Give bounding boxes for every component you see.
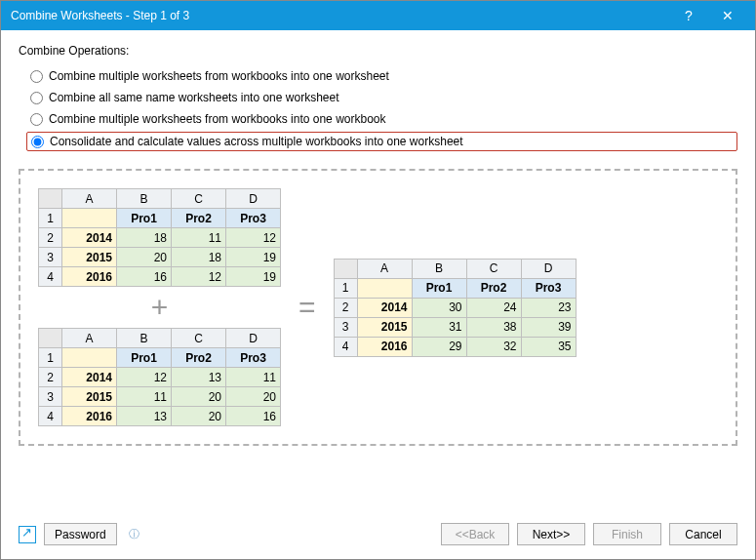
cell-year: 2015: [62, 248, 117, 267]
cell-header: Pro3: [521, 278, 576, 298]
cancel-button[interactable]: Cancel: [669, 523, 737, 545]
source-table-1: ABCD1Pro1Pro2Pro322014181112320152018194…: [38, 188, 281, 287]
radio-option-3[interactable]: Consolidate and calculate values across …: [26, 132, 737, 151]
col-header: D: [226, 189, 281, 209]
row-header: 1: [39, 348, 62, 368]
row-header: 3: [39, 248, 62, 267]
cell-header: Pro3: [226, 209, 281, 228]
cell-value: 20: [226, 387, 281, 407]
cell-value: 20: [172, 387, 226, 407]
titlebar: Combine Worksheets - Step 1 of 3 ? ✕: [1, 1, 755, 30]
result-table: ABCD1Pro1Pro2Pro322014302423320153138394…: [334, 259, 577, 357]
cell-value: 39: [521, 317, 576, 337]
col-header: B: [117, 329, 172, 348]
row-header: 3: [334, 317, 357, 337]
row-header: 2: [39, 368, 62, 387]
row-header: 3: [39, 387, 62, 407]
cell-value: 18: [117, 228, 172, 248]
back-label: <<Back: [456, 528, 496, 541]
next-button[interactable]: Next>>: [517, 523, 585, 545]
radio-group: Combine multiple worksheets from workboo…: [26, 63, 737, 155]
section-label: Combine Operations:: [19, 44, 737, 58]
cell-value: 12: [172, 267, 226, 287]
cell-header: Pro3: [226, 348, 281, 368]
cell-header: Pro1: [117, 209, 172, 228]
col-header: C: [172, 189, 226, 209]
col-header: B: [412, 259, 466, 278]
col-header: A: [62, 189, 117, 209]
preview-panel: ABCD1Pro1Pro2Pro322014181112320152018194…: [19, 169, 737, 446]
finish-button: Finish: [593, 523, 661, 545]
radio-label: Combine all same name worksheets into on…: [49, 91, 338, 104]
radio-option-1[interactable]: Combine all same name worksheets into on…: [26, 89, 737, 106]
cell-value: 35: [521, 337, 576, 356]
password-button[interactable]: Password: [44, 523, 117, 545]
col-header: C: [172, 329, 226, 348]
help-icon[interactable]: ?: [669, 8, 708, 23]
radio-label: Combine multiple worksheets from workboo…: [49, 112, 386, 126]
cell-value: 11: [117, 387, 172, 407]
cell-year: 2014: [62, 368, 117, 387]
cell-header: Pro1: [117, 348, 172, 368]
cell-value: 30: [412, 298, 466, 317]
close-icon[interactable]: ✕: [708, 8, 747, 23]
popout-icon[interactable]: [19, 526, 36, 543]
finish-label: Finish: [612, 528, 643, 541]
radio-input[interactable]: [30, 92, 43, 104]
col-header: A: [357, 259, 412, 278]
corner-cell: [334, 259, 357, 278]
cell-year: 2016: [62, 267, 117, 287]
cell-value: 24: [466, 298, 521, 317]
cell-value: 19: [226, 267, 281, 287]
cancel-label: Cancel: [685, 528, 721, 541]
cell: [357, 278, 412, 298]
cell-value: 12: [226, 228, 281, 248]
col-header: D: [521, 259, 576, 278]
cell-year: 2014: [357, 298, 412, 317]
footer-bar: Password ⓘ <<Back Next>> Finish Cancel: [1, 513, 755, 559]
cell-value: 13: [172, 368, 226, 387]
next-label: Next>>: [533, 528, 571, 541]
row-header: 1: [334, 278, 357, 298]
radio-input[interactable]: [30, 113, 43, 126]
cell-header: Pro2: [466, 278, 521, 298]
row-header: 4: [39, 407, 62, 426]
plus-icon: +: [151, 293, 169, 322]
radio-option-2[interactable]: Combine multiple worksheets from workboo…: [26, 110, 737, 128]
window-title: Combine Worksheets - Step 1 of 3: [11, 9, 669, 22]
corner-cell: [39, 329, 62, 348]
cell-value: 19: [226, 248, 281, 267]
radio-option-0[interactable]: Combine multiple worksheets from workboo…: [26, 67, 737, 85]
cell: [62, 209, 117, 228]
info-icon[interactable]: ⓘ: [129, 527, 139, 541]
cell-value: 16: [117, 267, 172, 287]
cell-year: 2015: [357, 317, 412, 337]
row-header: 1: [39, 209, 62, 228]
row-header: 4: [334, 337, 357, 356]
cell-value: 29: [412, 337, 466, 356]
password-label: Password: [55, 528, 106, 541]
cell-header: Pro2: [172, 209, 226, 228]
row-header: 4: [39, 267, 62, 287]
col-header: D: [226, 329, 281, 348]
cell-value: 12: [117, 368, 172, 387]
radio-input[interactable]: [31, 136, 44, 148]
cell-header: Pro1: [412, 278, 466, 298]
cell-value: 23: [521, 298, 576, 317]
radio-label: Combine multiple worksheets from workboo…: [49, 69, 389, 83]
cell-value: 31: [412, 317, 466, 337]
row-header: 2: [334, 298, 357, 317]
spreadsheet-table: ABCD1Pro1Pro2Pro322014302423320153138394…: [334, 259, 577, 357]
content-area: Combine Operations: Combine multiple wor…: [1, 30, 755, 513]
radio-label: Consolidate and calculate values across …: [50, 135, 463, 148]
cell-value: 11: [226, 368, 281, 387]
cell-year: 2016: [357, 337, 412, 356]
cell-year: 2014: [62, 228, 117, 248]
col-header: A: [62, 329, 117, 348]
dialog-window: Combine Worksheets - Step 1 of 3 ? ✕ Com…: [0, 0, 756, 560]
source-table-2: ABCD1Pro1Pro2Pro322014121311320151120204…: [38, 328, 281, 426]
cell-value: 16: [226, 407, 281, 426]
cell-header: Pro2: [172, 348, 226, 368]
equals-icon: =: [298, 293, 316, 322]
radio-input[interactable]: [30, 70, 43, 83]
